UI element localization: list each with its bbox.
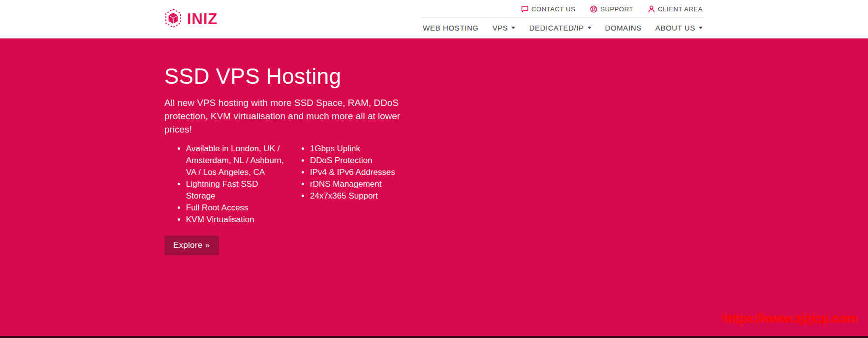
brand-name: INIZ [187,10,218,28]
list-item: rDNS Management [310,178,395,190]
utility-nav: CONTACT US SUPPORT [422,1,704,17]
explore-button[interactable]: Explore » [164,236,219,255]
features-left-list: Available in London, UK / Amsterdam, NL … [164,143,288,226]
page-title: SSD VPS Hosting [164,64,704,89]
support-link[interactable]: SUPPORT [590,5,633,13]
support-label: SUPPORT [600,5,633,13]
list-item: Available in London, UK / Amsterdam, NL … [186,143,288,178]
life-ring-icon [590,5,597,13]
nav-vps[interactable]: VPS [493,24,516,32]
nav-domains-label: DOMAINS [605,24,642,32]
feature-lists: Available in London, UK / Amsterdam, NL … [164,143,704,226]
client-area-label: CLIENT AREA [658,5,703,13]
nav-web-hosting[interactable]: WEB HOSTING [423,24,478,32]
contact-us-link[interactable]: CONTACT US [521,5,575,13]
watermark-url: https://www.zjzjcp.com [722,311,857,326]
chevron-down-icon [699,27,703,29]
nav-dedicated-ip-label: DEDICATED/IP [529,24,584,32]
nav-vps-label: VPS [493,24,508,32]
hero-subtitle: All new VPS hosting with more SSD Space,… [164,96,414,136]
list-item: IPv4 & IPv6 Addresses [310,167,395,178]
list-item: Full Root Access [186,202,288,214]
user-icon [648,5,655,13]
nav-web-hosting-label: WEB HOSTING [423,24,478,32]
list-item: KVM Virtualisation [186,214,288,226]
nav-about-us[interactable]: ABOUT US [655,24,703,32]
chevron-down-icon [511,27,515,29]
list-item: 24x7x365 Support [310,190,395,202]
comment-icon [521,5,528,13]
nav-domains[interactable]: DOMAINS [605,24,642,32]
nav-about-us-label: ABOUT US [655,24,695,32]
site-header: INIZ CONTACT US [0,0,868,38]
features-right-list: 1Gbps Uplink DDoS Protection IPv4 & IPv6… [288,143,395,226]
list-item: Lightning Fast SSD Storage [186,178,288,202]
brand-logo[interactable]: INIZ [164,8,218,30]
bottom-strip [0,336,868,338]
chevron-down-icon [588,27,591,29]
contact-us-label: CONTACT US [531,5,575,13]
cube-icon [164,8,182,30]
client-area-link[interactable]: CLIENT AREA [648,5,703,13]
hero-section: SSD VPS Hosting All new VPS hosting with… [0,38,868,336]
nav-dedicated-ip[interactable]: DEDICATED/IP [529,24,591,32]
list-item: 1Gbps Uplink [310,143,395,155]
main-nav: WEB HOSTING VPS DEDICATED/IP DOMAINS ABO… [422,17,704,37]
list-item: DDoS Protection [310,155,395,167]
